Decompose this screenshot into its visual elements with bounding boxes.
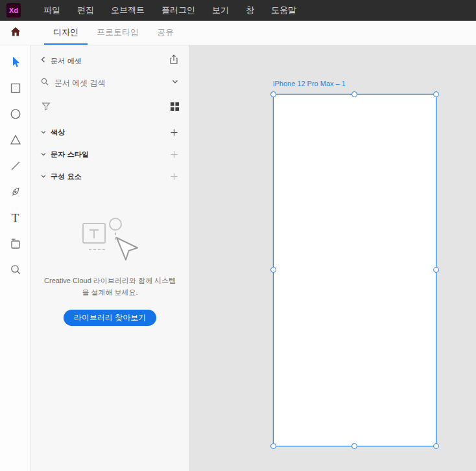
artboard-title[interactable]: iPhone 12 Pro Max – 1 [273,80,346,87]
tab-share[interactable]: 공유 [148,21,183,45]
tab-design[interactable]: 디자인 [44,21,88,45]
section-character-styles[interactable]: 문자 스타일 [31,143,189,165]
menu-edit[interactable]: 편집 [69,0,102,21]
polygon-tool-icon[interactable] [8,132,23,148]
section-colors-label: 색상 [51,128,168,137]
resize-handle-e[interactable] [433,267,439,273]
select-tool-icon[interactable] [8,54,23,70]
menu-plugins[interactable]: 플러그인 [153,0,204,21]
search-dropdown-chevron-icon[interactable] [171,77,180,89]
mode-tab-bar: 디자인 프로토타입 공유 [0,21,476,45]
chevron-down-icon [40,148,47,160]
line-tool-icon[interactable] [8,158,23,174]
section-colors[interactable]: 색상 [31,121,189,143]
rectangle-tool-icon[interactable] [8,80,23,96]
grid-view-icon[interactable] [170,102,180,114]
libraries-empty-text: Creative Cloud 라이브러리와 함께 시스템을 설계해 보세요. [43,275,177,298]
tool-column: T [0,45,31,471]
add-character-style-button[interactable] [168,148,180,160]
section-components[interactable]: 구성 요소 [31,165,189,187]
chevron-down-icon [40,170,47,182]
text-tool-icon[interactable]: T [8,210,23,225]
artboard-tool-icon[interactable] [8,236,23,251]
filter-row [31,93,189,121]
chevron-down-icon [40,126,47,138]
menu-window[interactable]: 창 [237,0,263,21]
add-color-button[interactable] [168,126,180,138]
menu-object[interactable]: 오브젝트 [102,0,153,21]
add-component-button[interactable] [168,170,180,182]
resize-handle-w[interactable] [270,267,276,273]
xd-logo[interactable]: Xd [6,3,21,17]
home-button[interactable] [0,21,31,45]
resize-handle-n[interactable] [351,91,357,97]
document-assets-panel: 문서 에셋 [31,45,189,471]
back-chevron-icon[interactable] [39,55,48,67]
menu-file[interactable]: 파일 [35,0,69,21]
resize-handle-sw[interactable] [270,443,276,449]
menu-view[interactable]: 보기 [204,0,237,21]
asset-search-row [31,73,189,93]
pen-tool-icon[interactable] [8,184,23,200]
resize-handle-ne[interactable] [433,91,439,97]
section-character-styles-label: 문자 스타일 [51,150,168,159]
menu-bar: Xd 파일 편집 오브젝트 플러그인 보기 창 도움말 [0,0,476,21]
browse-libraries-button[interactable]: 라이브러리 찾아보기 [64,310,156,326]
canvas[interactable]: iPhone 12 Pro Max – 1 [189,45,476,471]
resize-handle-se[interactable] [433,443,439,449]
resize-handle-nw[interactable] [270,91,276,97]
panel-title: 문서 에셋 [51,56,168,66]
menu-items: 파일 편집 오브젝트 플러그인 보기 창 도움말 [35,0,305,21]
menu-help[interactable]: 도움말 [263,0,305,21]
search-icon [40,77,49,89]
zoom-tool-icon[interactable] [8,262,23,277]
xd-app-window: Xd 파일 편집 오브젝트 플러그인 보기 창 도움말 디자인 프로토타입 공유 [0,0,476,471]
libraries-illustration [78,213,143,264]
asset-search-input[interactable] [54,78,171,87]
export-icon[interactable] [168,54,180,68]
section-components-label: 구성 요소 [51,172,168,181]
artboard[interactable] [273,94,436,446]
ellipse-tool-icon[interactable] [8,106,23,122]
panel-header: 문서 에셋 [31,45,189,73]
libraries-empty-state: Creative Cloud 라이브러리와 함께 시스템을 설계해 보세요. 라… [31,213,189,326]
tab-prototype[interactable]: 프로토타입 [88,21,148,45]
filter-icon[interactable] [40,100,52,115]
mode-tabs: 디자인 프로토타입 공유 [44,21,183,45]
resize-handle-s[interactable] [351,443,357,449]
home-icon [9,25,22,41]
